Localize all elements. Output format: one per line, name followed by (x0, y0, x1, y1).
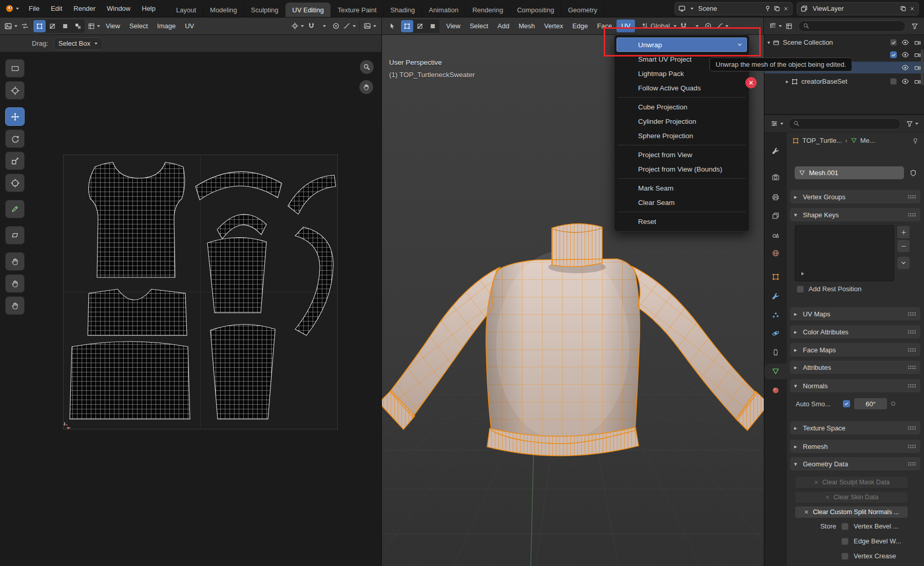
vp-proportional-toggle[interactable] (702, 20, 715, 32)
breadcrumb-data[interactable]: Me... (860, 137, 875, 144)
expand-icon[interactable]: ▸ (786, 79, 788, 84)
tab-view-layer[interactable] (764, 208, 787, 223)
tab-particles[interactable] (764, 308, 787, 323)
section-texture-space[interactable]: ▸Texture Space (790, 421, 920, 435)
outliner-row-creator-base-set[interactable]: ▸ creatorBaseSet (764, 76, 924, 87)
clear-custom-split-normals-button[interactable]: Clear Custom Split Normals ... (795, 506, 908, 518)
menu-item-sphere-projection[interactable]: Sphere Projection (614, 128, 749, 143)
scene-selector[interactable]: Scene (675, 2, 793, 15)
tab-texture-paint[interactable]: Texture Paint (331, 3, 384, 17)
vp-menu-face[interactable]: Face (592, 20, 617, 32)
menu-item-unwrap[interactable]: Unwrap (617, 37, 747, 52)
drag-handle[interactable] (908, 312, 916, 316)
mesh-name-field[interactable]: Mesh.001 (795, 166, 904, 179)
uv-select-edge-toggle[interactable] (46, 20, 59, 32)
vp-snap-menu[interactable] (690, 20, 702, 32)
clear-sculpt-mask-button[interactable]: Clear Sculpt Mask Data (795, 476, 908, 488)
menu-item-project-from-view-bounds[interactable]: Project from View (Bounds) (614, 162, 749, 176)
uv-canvas[interactable] (63, 155, 338, 429)
menu-item-follow-active-quads[interactable]: Follow Active Quads (614, 81, 749, 95)
tab-animation[interactable]: Animation (422, 3, 466, 17)
drag-handle[interactable] (908, 330, 916, 334)
vp-menu-vertex[interactable]: Vertex (540, 20, 568, 32)
render-camera-icon[interactable] (914, 64, 921, 71)
tab-physics[interactable] (764, 326, 787, 341)
tab-rendering[interactable]: Rendering (466, 3, 510, 17)
outliner-scrollbar[interactable] (921, 49, 923, 85)
drag-handle[interactable] (908, 195, 916, 199)
vp-falloff-menu[interactable] (715, 20, 729, 32)
uv-select-vertex-toggle[interactable] (33, 20, 46, 32)
add-rest-position-checkbox[interactable] (797, 286, 804, 293)
mesh-select-vertex-toggle[interactable] (401, 20, 413, 32)
tab-compositing[interactable]: Compositing (510, 3, 561, 17)
uv-zoom-gizmo[interactable] (360, 60, 374, 74)
tab-object[interactable] (764, 269, 787, 285)
expand-icon[interactable]: ▾ (767, 40, 770, 45)
new-viewlayer-icon[interactable] (900, 5, 907, 12)
tab-sculpting[interactable]: Sculpting (244, 3, 285, 17)
uv-snap-menu[interactable] (317, 20, 330, 32)
section-uv-maps[interactable]: ▸UV Maps (790, 307, 920, 320)
tab-layout[interactable]: Layout (169, 3, 203, 17)
editor-type-menu[interactable] (3, 20, 18, 32)
tool-rip-region[interactable] (5, 226, 25, 244)
tool-select-box[interactable] (5, 59, 25, 78)
uv-select-face-toggle[interactable] (59, 20, 71, 32)
tab-uv-editing[interactable]: UV Editing (285, 3, 331, 17)
vertex-crease-checkbox[interactable] (841, 553, 849, 560)
auto-smooth-checkbox[interactable] (843, 400, 850, 407)
section-geometry-data[interactable]: ▾Geometry Data (790, 457, 920, 470)
menu-item-project-from-view[interactable]: Project from View (614, 147, 749, 162)
outliner-display-mode[interactable] (783, 20, 795, 32)
drag-handle[interactable] (908, 462, 916, 466)
tab-output[interactable] (764, 190, 787, 205)
viewport-tool-icon[interactable] (386, 20, 398, 32)
uv-proportional-toggle[interactable] (330, 20, 342, 32)
vp-menu-uv[interactable]: UV (617, 20, 635, 32)
auto-smooth-angle-field[interactable]: 60° (854, 398, 887, 409)
drag-handle[interactable] (908, 365, 916, 370)
tool-annotate[interactable] (5, 200, 25, 218)
shape-key-list[interactable] (795, 225, 894, 281)
tab-shading[interactable]: Shading (384, 3, 422, 17)
outliner-row-scene-collection[interactable]: ▾ Scene Collection (764, 36, 924, 48)
render-camera-icon[interactable] (914, 51, 921, 59)
drag-handle[interactable] (908, 348, 916, 352)
section-color-attributes[interactable]: ▸Color Attributes (790, 325, 920, 338)
collection-checkbox[interactable] (890, 39, 897, 46)
tool-transform[interactable] (5, 174, 25, 192)
menu-file[interactable]: File (23, 2, 45, 15)
row-checkbox[interactable] (890, 51, 897, 58)
vp-menu-add[interactable]: Add (493, 20, 514, 32)
hide-eye-icon[interactable] (901, 64, 909, 71)
properties-type-menu[interactable] (769, 118, 784, 130)
uv-image-browse[interactable] (362, 20, 377, 32)
shape-key-add-button[interactable] (897, 226, 910, 238)
tool-scale[interactable] (5, 152, 25, 170)
play-icon[interactable] (799, 271, 805, 277)
pin-id-icon[interactable] (912, 138, 919, 145)
blender-logo-icon[interactable] (0, 4, 23, 13)
tool-relax[interactable] (5, 274, 25, 293)
tab-object-data[interactable] (764, 364, 787, 379)
section-face-maps[interactable]: ▸Face Maps (790, 343, 920, 356)
section-normals[interactable]: ▾Normals (790, 379, 920, 392)
tool-move[interactable] (5, 107, 25, 126)
uv-menu-uv[interactable]: UV (180, 20, 199, 32)
menu-render[interactable]: Render (68, 2, 101, 15)
section-vertex-groups[interactable]: ▸Vertex Groups (790, 190, 920, 203)
menu-item-reset[interactable]: Reset (614, 214, 749, 229)
outliner-type-menu[interactable] (768, 20, 783, 32)
section-remesh[interactable]: ▸Remesh (790, 440, 920, 453)
tool-rotate[interactable] (5, 129, 25, 148)
properties-search[interactable] (788, 118, 901, 129)
menu-item-cube-projection[interactable]: Cube Projection (614, 100, 749, 114)
outliner-search[interactable] (798, 21, 906, 32)
remove-viewlayer-icon[interactable] (909, 6, 915, 12)
new-scene-icon[interactable] (774, 5, 780, 12)
drag-handle[interactable] (908, 426, 916, 430)
menu-edit[interactable]: Edit (45, 2, 68, 15)
drag-handle[interactable] (908, 384, 916, 388)
uv-menu-view[interactable]: View (101, 20, 125, 32)
